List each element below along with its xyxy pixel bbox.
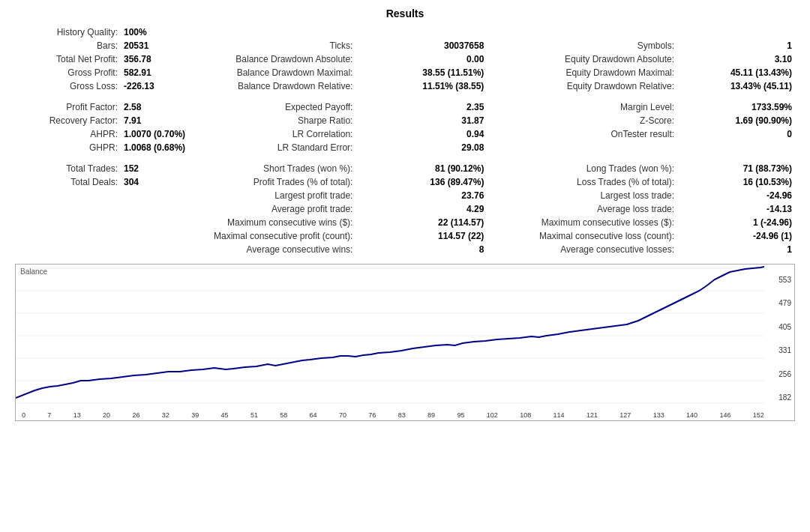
avg-consec-losses-value: 1: [705, 243, 795, 256]
long-trades-value: 71 (88.73%): [705, 162, 795, 175]
table-row: Average consecutive wins: 8 Average cons…: [15, 243, 795, 256]
x-axis-label: 58: [280, 411, 287, 419]
x-axis-label: 95: [457, 411, 464, 419]
largest-loss-value: -24.96: [705, 189, 795, 202]
balance-drawdown-rel-label: Balance Drawdown Relative:: [211, 79, 356, 93]
x-axis-label: 0: [22, 411, 26, 419]
y-axis-label: 479: [765, 299, 791, 307]
profit-factor-label: Profit Factor:: [15, 100, 121, 114]
table-row: Profit Factor: 2.58 Expected Payoff: 2.3…: [15, 100, 795, 114]
z-score-value: 1.69 (90.90%): [705, 114, 795, 127]
sharpe-ratio-label: Sharpe Ratio:: [211, 114, 356, 127]
x-axis-label: 64: [310, 411, 317, 419]
balance-drawdown-abs-label: Balance Drawdown Absolute:: [211, 52, 356, 66]
maximal-consec-profit-label: Maximal consecutive profit (count):: [211, 229, 356, 243]
lr-std-error-value: 29.08: [356, 141, 487, 154]
balance-drawdown-max-label: Balance Drawdown Maximal:: [211, 66, 356, 79]
results-page: Results History Quality: 100% Bars: 2053…: [0, 0, 810, 429]
ahpr-label: AHPR:: [15, 127, 121, 141]
total-trades-label: Total Trades:: [15, 162, 121, 175]
chart-y-axis: 553 479 405 331 256 182: [765, 265, 791, 405]
avg-consec-wins-label: Average consecutive wins:: [211, 243, 356, 256]
recovery-factor-value: 7.91: [121, 114, 211, 127]
table-row: GHPR: 1.0068 (0.68%) LR Standard Error: …: [15, 141, 795, 154]
total-deals-value: 304: [121, 175, 211, 189]
ticks-label: Ticks:: [211, 39, 356, 52]
lr-correlation-value: 0.94: [356, 127, 487, 141]
lr-std-error-label: LR Standard Error:: [211, 141, 356, 154]
ticks-value: 30037658: [356, 39, 487, 52]
table-row: Maximal consecutive profit (count): 114.…: [15, 229, 795, 243]
avg-consec-losses-label: Average consecutive losses:: [514, 243, 677, 256]
x-axis-label: 39: [191, 411, 199, 419]
y-axis-label: 553: [765, 276, 791, 284]
x-axis-label: 26: [132, 411, 140, 419]
sharpe-ratio-value: 31.87: [356, 114, 487, 127]
table-row: Gross Profit: 582.91 Balance Drawdown Ma…: [15, 66, 795, 79]
maximal-consec-profit-value: 114.57 (22): [356, 229, 487, 243]
gross-loss-value: -226.13: [121, 79, 211, 93]
x-axis-label: 13: [74, 411, 81, 419]
x-axis-label: 45: [221, 411, 229, 419]
balance-chart-container: Balance 553 479 405 331 256 182: [15, 264, 795, 421]
x-axis-label: 146: [719, 411, 730, 419]
table-row: Maximum consecutive wins ($): 22 (114.57…: [15, 216, 795, 229]
margin-level-label: Margin Level:: [514, 100, 677, 114]
equity-drawdown-rel-value: 13.43% (45.11): [705, 79, 795, 93]
x-axis-label: 51: [250, 411, 258, 419]
profit-trades-label: Profit Trades (% of total):: [211, 175, 356, 189]
maximal-consec-loss-label: Maximal consecutive loss (count):: [514, 229, 677, 243]
maximal-consec-loss-value: -24.96 (1): [705, 229, 795, 243]
gross-profit-value: 582.91: [121, 66, 211, 79]
loss-trades-label: Loss Trades (% of total):: [514, 175, 677, 189]
x-axis-label: 133: [653, 411, 664, 419]
ahpr-value: 1.0070 (0.70%): [121, 127, 211, 141]
x-axis-label: 114: [554, 411, 565, 419]
total-net-profit-value: 356.78: [121, 52, 211, 66]
x-axis-label: 83: [398, 411, 406, 419]
z-score-label: Z-Score:: [514, 114, 677, 127]
balance-drawdown-max-value: 38.55 (11.51%): [356, 66, 487, 79]
y-axis-label: 405: [765, 323, 791, 331]
equity-drawdown-rel-label: Equity Drawdown Relative:: [514, 79, 677, 93]
avg-profit-value: 4.29: [356, 202, 487, 216]
bars-value: 20531: [121, 39, 211, 52]
balance-chart-svg: [16, 265, 764, 407]
avg-profit-label: Average profit trade:: [211, 202, 356, 216]
chart-area: [16, 265, 764, 407]
x-axis-label: 121: [586, 411, 598, 419]
x-axis-label: 152: [753, 411, 764, 419]
total-net-profit-label: Total Net Profit:: [15, 52, 121, 66]
equity-drawdown-abs-value: 3.10: [705, 52, 795, 66]
x-axis-label: 102: [487, 411, 498, 419]
bars-label: Bars:: [15, 39, 121, 52]
max-consec-losses-value: 1 (-24.96): [705, 216, 795, 229]
loss-trades-value: 16 (10.53%): [705, 175, 795, 189]
equity-drawdown-max-value: 45.11 (13.43%): [705, 66, 795, 79]
x-axis-label: 20: [103, 411, 110, 419]
table-row: AHPR: 1.0070 (0.70%) LR Correlation: 0.9…: [15, 127, 795, 141]
symbols-value: 1: [705, 39, 795, 52]
short-trades-label: Short Trades (won %):: [211, 162, 356, 175]
total-deals-label: Total Deals:: [15, 175, 121, 189]
y-axis-label: 256: [765, 370, 791, 378]
equity-drawdown-max-label: Equity Drawdown Maximal:: [514, 66, 677, 79]
page-title: Results: [15, 7, 795, 19]
largest-profit-label: Largest profit trade:: [211, 189, 356, 202]
max-consec-losses-label: Maximum consecutive losses ($):: [514, 216, 677, 229]
table-row: Gross Loss: -226.13 Balance Drawdown Rel…: [15, 79, 795, 93]
ghpr-label: GHPR:: [15, 141, 121, 154]
balance-drawdown-rel-value: 11.51% (38.55): [356, 79, 487, 93]
lr-correlation-label: LR Correlation:: [211, 127, 356, 141]
history-quality-value: 100%: [121, 25, 211, 39]
x-axis-label: 70: [339, 411, 346, 419]
avg-loss-value: -14.13: [705, 202, 795, 216]
ghpr-value: 1.0068 (0.68%): [121, 141, 211, 154]
profit-trades-value: 136 (89.47%): [356, 175, 487, 189]
gross-loss-label: Gross Loss:: [15, 79, 121, 93]
history-quality-label: History Quality:: [15, 25, 121, 39]
table-row: Total Deals: 304 Profit Trades (% of tot…: [15, 175, 795, 189]
y-axis-label: 331: [765, 346, 791, 354]
largest-loss-label: Largest loss trade:: [514, 189, 677, 202]
x-axis-label: 7: [47, 411, 51, 419]
